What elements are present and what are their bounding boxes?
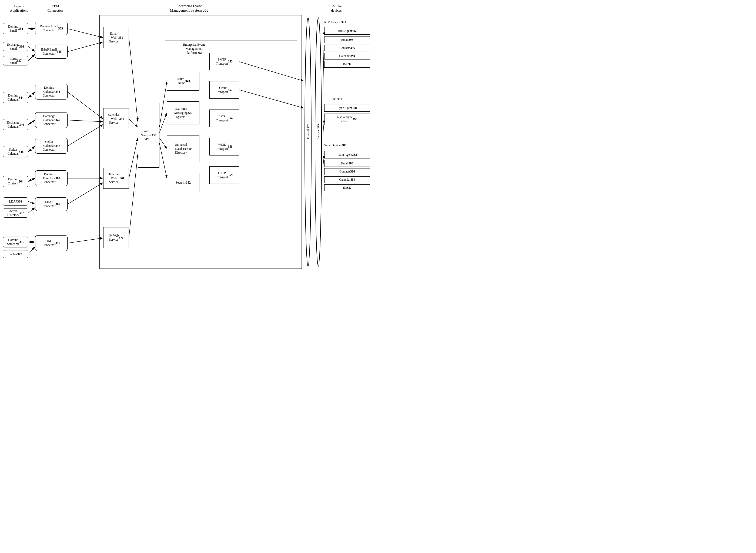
domino-email-connector-box: Domino EmailConnector 333	[35, 22, 68, 35]
domino-calendar-box: DominoCalendar 344	[3, 92, 28, 103]
diagram-container: LegacyApplications EEMConnectors Enterpr…	[0, 0, 378, 276]
firewall-label: Firewall 370	[307, 124, 310, 139]
rim-email-box: Email 393	[324, 36, 370, 43]
svg-line-17	[68, 92, 103, 119]
http-transport-box: HTTPTransport359	[209, 166, 239, 184]
domino-directory-connector-box: DominoDirectoryConnector 363	[35, 170, 68, 186]
firewall-shape	[304, 15, 312, 269]
native-sync-box: Native Syncclient 398	[324, 113, 370, 125]
svg-line-14	[28, 247, 35, 254]
svg-line-6	[28, 54, 35, 61]
steltor-calendar-connector-box: SteltorCalendarConnector 347	[35, 138, 68, 154]
im-web-service-box: IM WebService371	[103, 227, 129, 248]
steltor-calendar-box: SteltorCalendar 348	[3, 146, 28, 157]
svg-line-15	[68, 29, 103, 37]
cyrus-email-box: CyrusEmail 337	[3, 56, 28, 65]
svg-line-10	[28, 178, 35, 181]
internet-shape	[314, 15, 322, 269]
sync-agent-box: Sync Agent 388	[324, 104, 370, 112]
svg-line-18	[68, 120, 103, 122]
svg-line-11	[28, 202, 35, 204]
sd-email-box: Email 383	[324, 160, 370, 167]
domino-contacts-box: DominoContacts 364	[3, 176, 28, 187]
sd-calendar-box: Calendar 384	[324, 176, 370, 183]
real-time-messaging-box: Real-timeMessagingSystem320	[167, 101, 199, 125]
rim-device-label: RIM Device 391	[324, 20, 346, 24]
rim-calendar-box: Calendar 394	[324, 53, 370, 60]
domino-calendar-connector-box: DominoCalendarConnector 343	[35, 84, 68, 99]
ldap-box: LDAP 366	[3, 198, 28, 206]
svg-point-1	[315, 18, 321, 266]
rim-contacts-box: Contacts 396	[324, 45, 370, 51]
domino-sametime-box: DominoSametime 376	[3, 237, 28, 247]
svg-line-16	[68, 42, 103, 52]
exchange-calendar-box: ExchangeCalendar 346	[3, 119, 28, 130]
tcp-ip-transport-box: TCP/IPTransport357	[209, 81, 239, 99]
domino-email-box: DominoEmail 334	[3, 23, 28, 34]
eem-client-label: EEM clientdevices	[309, 4, 363, 13]
svg-point-0	[305, 18, 311, 266]
sms-transport-box: SMSTransport354	[209, 109, 239, 127]
rules-engine-box: RulesEngine340	[167, 72, 199, 91]
svg-line-7	[28, 92, 35, 98]
sync-device-label: Sync Device 385	[324, 143, 346, 147]
legacy-label: LegacyApplications	[5, 4, 32, 13]
directory-web-service-box: DirectoryWebService361	[103, 168, 129, 189]
exchange-email-box: ExchangeEmail 336	[3, 42, 28, 51]
rim-im-box: IM 397	[324, 61, 370, 68]
rim-agent-box: RIM Agent 392	[324, 27, 370, 34]
security-box: Security352	[167, 173, 199, 192]
svg-line-22	[68, 238, 103, 243]
sd-contacts-box: Contacts 386	[324, 168, 370, 175]
internet-label: Internet 389	[317, 124, 320, 139]
pc-label: PC 381	[332, 97, 342, 101]
imap-email-connector-box: IMAP EmailConnector 335	[35, 45, 68, 59]
svg-line-8	[28, 120, 35, 125]
svg-line-5	[28, 47, 35, 52]
svg-line-9	[28, 146, 35, 152]
eem-connectors-label: EEMConnectors	[39, 4, 72, 13]
eem-system-label: Enterprise EventManagement System 350	[105, 4, 273, 13]
svg-line-21	[68, 182, 103, 204]
svg-line-12	[28, 208, 35, 213]
exchange-calendar-connector-box: ExchangeCalendarConnector 345	[35, 112, 68, 128]
email-web-service-box: EmailWebService331	[103, 27, 129, 48]
im-connector-box: IMConnector 375	[35, 235, 68, 251]
calendar-web-service-box: CalendarWebService341	[103, 108, 129, 129]
active-directory-box: ActiveDirectory 367	[3, 208, 28, 218]
ldap-connector-box: LDAPConnector 365	[35, 198, 68, 211]
universal-db-box: UniversalDatabaseDirectory310	[167, 135, 199, 162]
palm-agent-box: Palm Agent 382	[324, 151, 370, 158]
svg-line-19	[68, 125, 103, 146]
wml-transport-box: WMLTransport358	[209, 138, 239, 155]
web-services-api-box: WebServicesAPI330	[138, 103, 160, 168]
jabber-box: Jabber 377	[3, 250, 28, 258]
sd-im-box: IM 387	[324, 184, 370, 191]
smtp-transport-box: SMTPTransport353	[209, 53, 239, 70]
